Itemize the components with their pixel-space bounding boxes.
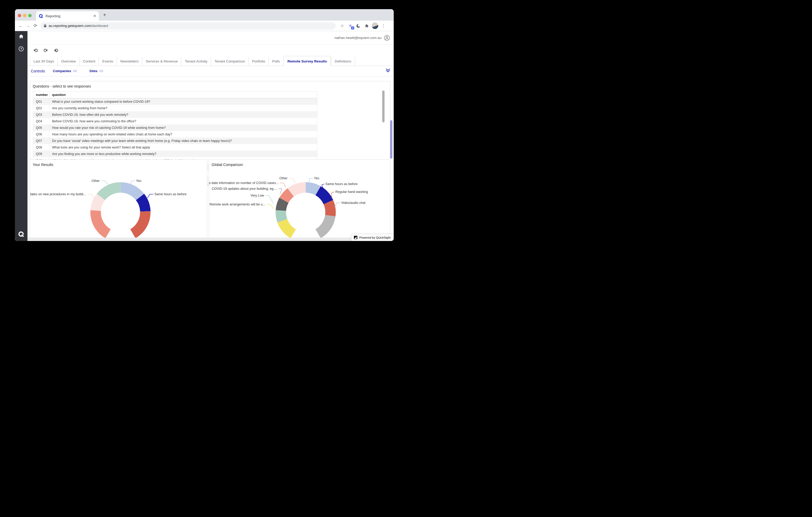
reset-icon[interactable]: ⟲✕ <box>53 48 59 53</box>
donut-segment[interactable] <box>90 210 111 238</box>
question-text[interactable]: Before COVID-19, how were you commuting … <box>50 118 317 124</box>
donut-segment[interactable] <box>316 215 336 238</box>
question-row[interactable]: Q05How would you rate your risk of catch… <box>33 124 317 131</box>
forward-icon[interactable]: → <box>24 23 32 29</box>
question-number[interactable]: Q03 <box>33 111 50 118</box>
donut-segment[interactable] <box>277 219 296 238</box>
dashboard-tab-definitions[interactable]: Definitions <box>331 57 355 66</box>
dashboard-tab-portfolio[interactable]: Portfolio <box>249 57 269 66</box>
question-row[interactable]: Q06How many hours are you spending on wo… <box>33 131 317 138</box>
browser-tab-strip: Reporting ✕ + <box>15 9 394 21</box>
label-leader-line <box>289 178 295 183</box>
equiem-favicon <box>39 14 43 18</box>
page-horizontal-scrollbar[interactable] <box>27 238 394 241</box>
question-number[interactable]: Q04 <box>33 118 50 124</box>
question-row[interactable]: Q08What tools are you using for your rem… <box>33 144 317 151</box>
filter-sites[interactable]: Sites All <box>89 69 103 73</box>
filter-value: All <box>73 69 77 73</box>
your-results-donut-chart[interactable] <box>30 160 207 241</box>
donut-segment[interactable] <box>130 211 151 238</box>
app-sidebar: ? <box>15 31 27 241</box>
window-zoom-button[interactable] <box>28 14 32 17</box>
controls-row: Controls Companies All Sites All <box>27 66 394 76</box>
question-row[interactable]: Q01What is your current working status c… <box>33 98 317 105</box>
question-number[interactable]: Q02 <box>33 105 50 111</box>
question-number[interactable]: Q06 <box>33 131 50 138</box>
dashboard-tab-newsletters[interactable]: Newsletters <box>117 57 142 66</box>
extension-spinner-icon[interactable]: ✳3 <box>347 23 353 29</box>
global-comparison-donut-chart[interactable] <box>209 160 390 241</box>
chart-label: Yes <box>136 179 141 183</box>
question-text[interactable]: Are you currently working from home? <box>50 105 317 111</box>
browser-window: Reporting ✕ + ← → ⟳ au.reporting.getequi… <box>15 9 394 241</box>
chart-label: Same hours as before <box>154 192 186 196</box>
table-vertical-scrollbar[interactable] <box>382 90 384 122</box>
extension-badge: 3 <box>351 26 354 30</box>
label-leader-line <box>335 203 340 207</box>
question-text[interactable]: Before COVID-19, how often did you work … <box>50 111 317 118</box>
question-row[interactable]: Q02Are you currently working from home? <box>33 105 317 111</box>
dashboard-tab-events[interactable]: Events <box>98 57 116 66</box>
browser-menu-icon[interactable]: ⋮ <box>381 23 386 29</box>
window-close-button[interactable] <box>18 14 21 17</box>
address-bar[interactable]: au.reporting.getequiem.com/dashboard <box>40 22 336 30</box>
question-text[interactable]: How many hours are you spending on work-… <box>50 131 317 138</box>
chart-label: Video/audio chat <box>341 201 366 205</box>
filter-label: Sites <box>89 69 97 73</box>
chart-label: Other <box>92 179 100 183</box>
filter-companies[interactable]: Companies All <box>53 69 77 73</box>
question-number[interactable]: Q08 <box>33 144 50 151</box>
question-number[interactable]: Q09 <box>33 151 50 157</box>
home-icon[interactable] <box>15 34 27 39</box>
question-row[interactable]: Q04Before COVID-19, how were you commuti… <box>33 118 317 124</box>
profile-avatar[interactable] <box>372 23 378 29</box>
question-row[interactable]: Q09Are you finding you are more or less … <box>33 151 317 157</box>
window-minimize-button[interactable] <box>23 14 26 17</box>
dashboard-tab-bar: Last 30 DaysOverviewContentEventsNewslet… <box>27 56 394 66</box>
question-number[interactable]: Q05 <box>33 124 50 131</box>
label-leader-line <box>147 194 153 198</box>
account-icon[interactable] <box>384 35 390 41</box>
question-row[interactable]: Q03Before COVID-19, how often did you wo… <box>33 111 317 118</box>
dashboard-tab-remote-survey-results[interactable]: Remote Survey Results <box>283 56 331 66</box>
browser-tab[interactable]: Reporting ✕ <box>36 11 99 21</box>
bookmark-star-icon[interactable]: ☆ <box>339 23 345 29</box>
chart-label: Updates on new procedures in my buildi..… <box>30 192 86 196</box>
question-text[interactable]: What is your current working status comp… <box>50 98 317 105</box>
undo-icon[interactable]: ⟲ <box>33 48 38 53</box>
chart-label: Same hours as before <box>325 182 357 186</box>
dashboard-tab-tenant-comparison[interactable]: Tenant Comparison <box>211 57 249 66</box>
redo-icon[interactable]: ⟳ <box>43 48 49 53</box>
help-icon[interactable]: ? <box>15 46 27 52</box>
tab-close-icon[interactable]: ✕ <box>93 14 96 18</box>
dashboard-tab-tenant-activity[interactable]: Tenant Activity <box>181 57 210 66</box>
extensions-puzzle-icon[interactable] <box>364 23 369 29</box>
dashboard-tab-services-revenue[interactable]: Services & Revenue <box>142 57 181 66</box>
chart-label: Other <box>280 176 288 180</box>
dashboard-tab-overview[interactable]: Overview <box>58 57 79 66</box>
dashboard-content: nathan.hewitt@equiem.com.au ⟲ ⟳ ⟲✕ Last … <box>27 31 394 241</box>
question-text[interactable]: What tools are you using for your remote… <box>50 144 317 151</box>
back-icon[interactable]: ← <box>17 23 24 29</box>
question-text[interactable]: Do you have 'social' video meetings with… <box>50 138 317 144</box>
global-comparison-panel: Global Comparison Remote work arrangemen… <box>209 159 390 241</box>
question-number[interactable]: Q07 <box>33 138 50 144</box>
question-row[interactable]: Q07Do you have 'social' video meetings w… <box>33 138 317 144</box>
page-vertical-scrollbar[interactable] <box>390 120 393 159</box>
dashboard-tab-content[interactable]: Content <box>79 57 98 66</box>
column-header-question[interactable]: question <box>50 92 317 98</box>
label-leader-line <box>265 195 273 204</box>
collapse-controls-icon[interactable] <box>385 68 390 73</box>
question-text[interactable]: How would you rate your risk of catching… <box>50 124 317 131</box>
question-number[interactable]: Q01 <box>33 98 50 105</box>
dashboard-tab-polls[interactable]: Polls <box>268 57 283 66</box>
column-header-number[interactable]: number <box>33 92 50 98</box>
label-leader-line <box>101 181 109 185</box>
dashboard-tab-last-30-days[interactable]: Last 30 Days <box>30 57 58 66</box>
question-text[interactable]: Are you finding you are more or less pro… <box>50 151 317 157</box>
quicksight-badge-text: Powered by QuickSight <box>359 236 390 239</box>
crescent-clock-icon[interactable] <box>355 23 361 29</box>
tab-title: Reporting <box>46 14 93 18</box>
reload-icon[interactable]: ⟳ <box>32 23 39 29</box>
new-tab-button[interactable]: + <box>103 12 106 18</box>
